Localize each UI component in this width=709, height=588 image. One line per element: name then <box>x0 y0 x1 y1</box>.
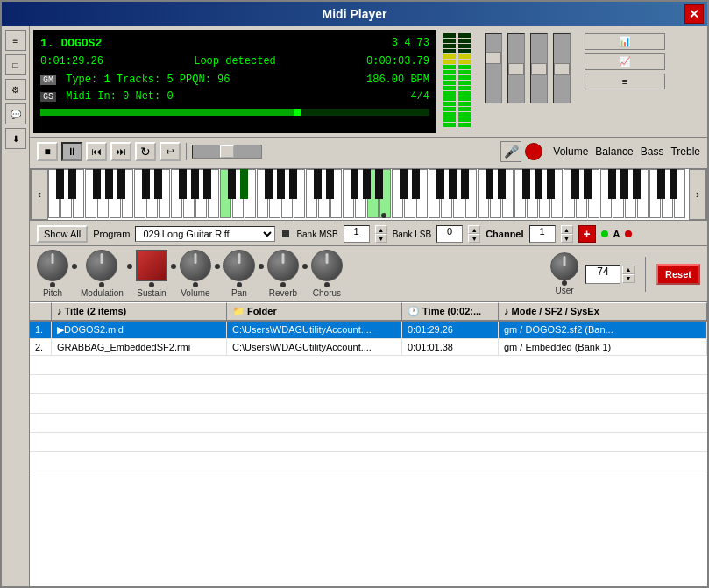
treble-slider-track[interactable] <box>553 33 571 103</box>
bank-msb-input[interactable]: 1 <box>344 225 370 243</box>
user-val-down[interactable]: ▼ <box>622 274 635 283</box>
black-key[interactable] <box>633 169 641 199</box>
user-value-spinner[interactable]: ▲ ▼ <box>622 266 635 283</box>
record-button[interactable] <box>525 143 542 160</box>
channel-spinner[interactable]: ▲ ▼ <box>561 225 573 243</box>
playback-slider[interactable] <box>192 145 262 159</box>
bass-slider-thumb[interactable] <box>531 63 547 75</box>
sidebar-btn-settings[interactable]: ⚙ <box>5 79 26 100</box>
black-key[interactable] <box>375 169 383 199</box>
next-button[interactable]: ⏭ <box>110 142 131 161</box>
list-row[interactable]: 1. ▶DOGOS2.mid C:\Users\WDAGUtilityAccou… <box>30 322 707 339</box>
black-key[interactable] <box>449 169 457 199</box>
treble-slider-thumb[interactable] <box>554 63 570 75</box>
right-btn-3[interactable]: ≡ <box>585 74 665 89</box>
black-key[interactable] <box>400 169 408 199</box>
black-key[interactable] <box>265 169 273 199</box>
black-key[interactable] <box>289 169 297 199</box>
progress-handle[interactable] <box>294 109 301 116</box>
bank-lsb-down[interactable]: ▼ <box>468 234 480 243</box>
black-key[interactable] <box>486 169 493 199</box>
channel-down[interactable]: ▼ <box>561 234 573 243</box>
list-row[interactable]: 2. GRABBAG_EmbeddedSF2.rmi C:\Users\WDAG… <box>30 339 707 356</box>
volume-knob[interactable] <box>180 250 211 281</box>
black-key[interactable] <box>179 169 187 199</box>
black-key[interactable] <box>461 169 469 199</box>
user-knob[interactable] <box>550 252 578 280</box>
black-key[interactable] <box>584 169 592 199</box>
reset-button[interactable]: Reset <box>656 264 700 285</box>
sidebar-btn-chat[interactable]: 💬 <box>5 103 26 124</box>
black-key[interactable] <box>498 169 506 199</box>
sidebar-btn-download[interactable]: ⬇ <box>5 128 26 149</box>
black-key[interactable] <box>240 169 248 199</box>
sidebar-btn-menu[interactable]: ≡ <box>5 30 26 51</box>
black-key[interactable] <box>535 169 542 199</box>
black-key[interactable] <box>203 169 211 199</box>
mic-button[interactable]: 🎤 <box>500 141 521 162</box>
black-key[interactable] <box>412 169 420 199</box>
user-value-input[interactable]: 74 <box>585 265 620 284</box>
chorus-knob[interactable] <box>311 250 343 281</box>
bank-msb-spinner[interactable]: ▲ ▼ <box>375 225 387 243</box>
bank-lsb-input[interactable]: 0 <box>436 225 463 243</box>
prev-button[interactable]: ⏮ <box>86 142 107 161</box>
black-key[interactable] <box>142 169 150 199</box>
playback-thumb[interactable] <box>220 145 234 158</box>
user-val-up[interactable]: ▲ <box>622 266 635 274</box>
black-key[interactable] <box>522 169 530 199</box>
bank-msb-down[interactable]: ▼ <box>375 234 387 243</box>
black-key[interactable] <box>351 169 358 199</box>
black-key[interactable] <box>154 169 162 199</box>
program-select[interactable]: 029 Long Guitar Riff <box>135 226 275 242</box>
black-key[interactable] <box>571 169 579 199</box>
col-header-time[interactable]: 🕐 Time (0:02:... <box>402 302 499 320</box>
balance-slider-track[interactable] <box>507 33 525 103</box>
add-button[interactable]: + <box>578 225 596 243</box>
right-btn-1[interactable]: 📊 <box>585 33 665 50</box>
right-btn-2[interactable]: 📈 <box>585 53 665 70</box>
black-key[interactable] <box>363 169 371 199</box>
black-key[interactable] <box>117 169 125 199</box>
sidebar-btn-window[interactable]: □ <box>5 54 26 75</box>
col-header-title[interactable]: ♪ Title (2 items) <box>52 302 227 320</box>
black-key[interactable] <box>608 169 616 199</box>
volume-slider-track[interactable] <box>485 33 502 103</box>
close-button[interactable]: ✕ <box>684 4 704 24</box>
rewind-button[interactable]: ↩ <box>160 142 181 161</box>
pan-knob[interactable] <box>223 250 255 281</box>
kbd-next-button[interactable]: › <box>689 169 706 220</box>
col-header-num[interactable] <box>30 302 52 320</box>
channel-input[interactable]: 1 <box>529 225 556 243</box>
black-key[interactable] <box>436 169 444 199</box>
black-key[interactable] <box>93 169 101 199</box>
col-header-mode[interactable]: ♪ Mode / SF2 / SysEx <box>499 302 707 320</box>
stop-button[interactable]: ■ <box>37 142 58 161</box>
balance-slider-thumb[interactable] <box>508 63 524 75</box>
black-key[interactable] <box>657 169 665 199</box>
black-key[interactable] <box>228 169 236 199</box>
black-key[interactable] <box>277 169 285 199</box>
channel-up[interactable]: ▲ <box>561 225 573 234</box>
black-key[interactable] <box>68 169 76 199</box>
black-key[interactable] <box>670 169 677 199</box>
black-key[interactable] <box>326 169 334 199</box>
col-header-folder[interactable]: 📁 Folder <box>227 302 402 320</box>
pitch-knob[interactable] <box>37 250 68 281</box>
bank-lsb-up[interactable]: ▲ <box>468 225 480 234</box>
bank-msb-up[interactable]: ▲ <box>375 225 387 234</box>
black-key[interactable] <box>547 169 555 199</box>
loop-button[interactable]: ↻ <box>135 142 156 161</box>
black-key[interactable] <box>314 169 322 199</box>
black-key[interactable] <box>56 169 64 199</box>
black-key[interactable] <box>191 169 199 199</box>
bass-slider-track[interactable] <box>530 33 548 103</box>
volume-slider-thumb[interactable] <box>486 52 501 64</box>
black-key[interactable] <box>620 169 628 199</box>
pause-button[interactable]: ⏸ <box>61 142 82 161</box>
reverb-knob[interactable] <box>267 250 299 281</box>
show-all-button[interactable]: Show All <box>37 225 88 243</box>
black-key[interactable] <box>105 169 113 199</box>
bank-lsb-spinner[interactable]: ▲ ▼ <box>468 225 480 243</box>
kbd-prev-button[interactable]: ‹ <box>31 169 48 220</box>
